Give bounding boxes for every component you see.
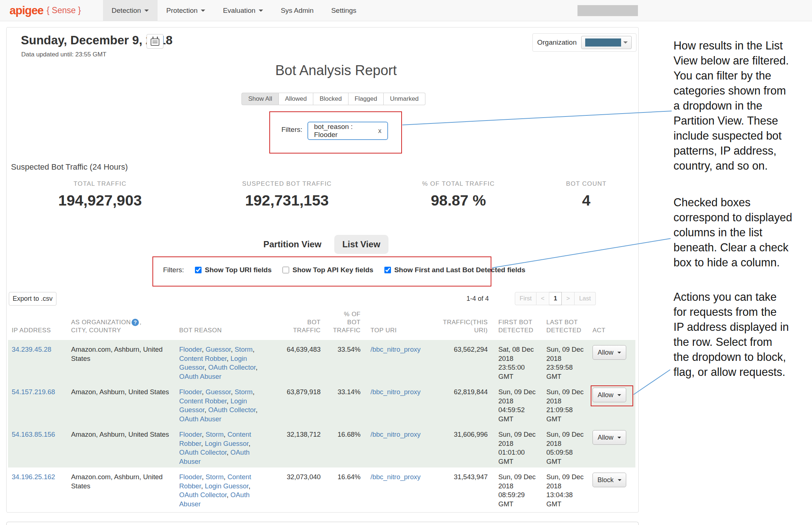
annotation-text-filter: How results in the List View below are f… xyxy=(673,38,812,173)
help-icon[interactable]: ? xyxy=(132,319,139,326)
annotation-text-actions: Actions you can take for requests from t… xyxy=(673,289,812,380)
top-uri-cell: /bbc_nitro_proxy xyxy=(364,382,432,425)
bot-reason-link[interactable]: OAuth Abuser xyxy=(179,415,221,423)
org-cell: Amazon, Ashburn, United States xyxy=(67,425,175,467)
tab-unmarked[interactable]: Unmarked xyxy=(384,93,425,105)
ip-link[interactable]: 34.196.25.162 xyxy=(12,473,55,481)
pagination-prev-button[interactable]: < xyxy=(536,292,549,305)
last-detected-cell: Sun, 09 Dec 2018 05:09:58 GMT xyxy=(539,425,587,467)
ip-link[interactable]: 34.239.45.28 xyxy=(12,345,51,353)
report-filter-tabs: Show All Allowed Blocked Flagged Unmarke… xyxy=(17,93,650,105)
org-cell: Amazon, Ashburn, United States xyxy=(67,382,175,425)
pagination-first-button[interactable]: First xyxy=(515,292,536,305)
pct-cell: 16.64% xyxy=(324,467,364,509)
bot-reason-link[interactable]: Guessor xyxy=(206,345,231,353)
bot-reason-link[interactable]: Flooder xyxy=(179,388,202,396)
ip-cell: 34.239.45.28 xyxy=(8,340,67,382)
org-cell: Amazon.com, Ashburn, United States xyxy=(67,467,175,509)
organization-dropdown[interactable] xyxy=(581,36,632,49)
caret-down-icon xyxy=(144,10,149,12)
checkbox-top-uri[interactable] xyxy=(195,267,202,273)
nav-item-settings[interactable]: Settings xyxy=(322,0,365,21)
top-uri-link[interactable]: /bbc_nitro_proxy xyxy=(370,430,421,438)
sense-logo-text: { Sense } xyxy=(47,5,81,15)
action-dropdown[interactable]: Allow xyxy=(593,388,626,402)
export-csv-button[interactable]: Export to .csv xyxy=(9,292,56,306)
top-uri-link[interactable]: /bbc_nitro_proxy xyxy=(370,388,421,396)
action-dropdown[interactable]: Allow xyxy=(593,430,626,445)
top-uri-link[interactable]: /bbc_nitro_proxy xyxy=(370,345,421,353)
tab-allowed[interactable]: Allowed xyxy=(279,93,314,105)
table-row: 54.163.85.156 Amazon, Ashburn, United St… xyxy=(8,425,635,467)
stat-suspected-bot-traffic: SUSPECTED BOT TRAFFIC 192,731,153 xyxy=(242,180,332,209)
caret-down-icon xyxy=(617,394,621,396)
bot-reason-link[interactable]: Guessor xyxy=(206,388,231,396)
filter-chip-bot-reason[interactable]: bot_reason : Flooder x xyxy=(307,122,388,140)
bot-reason-link[interactable]: Login Guessor xyxy=(205,440,248,447)
ip-cell: 54.157.219.68 xyxy=(8,382,67,425)
bot-reason-link[interactable]: OAuth Collector xyxy=(179,491,227,499)
table-header-row: IP ADDRESS AS ORGANIZATION?,CITY, COUNTR… xyxy=(8,310,635,340)
bot-reason-link[interactable]: Storm xyxy=(206,473,224,481)
nav-item-protection[interactable]: Protection xyxy=(158,0,214,21)
bot-reason-link[interactable]: Storm xyxy=(235,388,252,396)
next-panel-edge xyxy=(6,522,639,525)
ip-link[interactable]: 54.157.219.68 xyxy=(12,388,55,396)
stat-label: BOT COUNT xyxy=(566,180,607,188)
bot-reason-link[interactable]: Storm xyxy=(235,345,252,353)
nav-item-evaluation[interactable]: Evaluation xyxy=(214,0,272,21)
stat-label: TOTAL TRAFFIC xyxy=(58,180,142,188)
stat-value: 194,927,903 xyxy=(58,192,142,209)
action-label: Block xyxy=(597,476,613,484)
top-uri-link[interactable]: /bbc_nitro_proxy xyxy=(370,473,421,481)
pagination-last-button[interactable]: Last xyxy=(575,292,595,305)
col-header-pct-bot-traffic: % OF BOT TRAFFIC xyxy=(324,310,364,340)
bot-reason-link[interactable]: Content Robber xyxy=(179,397,227,405)
filter-check-api-key[interactable]: Show Top API Key fields xyxy=(283,266,373,274)
caret-down-icon xyxy=(617,352,621,354)
first-detected-cell: Sun, 09 Dec 2018 04:59:52 GMT xyxy=(491,382,539,425)
uri-traffic-cell: 62,819,844 xyxy=(432,382,491,425)
bot-reason-link[interactable]: Storm xyxy=(206,430,224,438)
act-cell: Allow xyxy=(587,340,635,382)
col-header-as-organization: AS ORGANIZATION?,CITY, COUNTRY xyxy=(67,310,175,340)
checkbox-first-last-detected[interactable] xyxy=(384,267,391,273)
pagination-next-button[interactable]: > xyxy=(562,292,575,305)
nav-item-detection[interactable]: Detection xyxy=(103,0,158,21)
bot-reason-link[interactable]: Flooder xyxy=(179,430,202,438)
close-icon[interactable]: x xyxy=(378,127,381,135)
bot-reason-link[interactable]: OAuth Collector xyxy=(208,406,256,414)
caret-down-icon xyxy=(201,10,205,12)
calendar-button[interactable] xyxy=(147,34,163,49)
bot-reason-link[interactable]: Login Guessor xyxy=(205,482,248,490)
bot-reason-link[interactable]: OAuth Collector xyxy=(208,363,256,371)
action-dropdown[interactable]: Allow xyxy=(593,345,626,360)
tab-blocked[interactable]: Blocked xyxy=(313,93,348,105)
annotation-text-checkboxes: Checked boxes correspond to displayed co… xyxy=(673,195,812,270)
col-header-last-bot-detected: LAST BOT DETECTED xyxy=(539,310,587,340)
tab-partition-view[interactable]: Partition View xyxy=(263,239,321,249)
action-label: Allow xyxy=(598,391,613,399)
pct-cell: 33.54% xyxy=(324,340,364,382)
bot-reason-link[interactable]: Content Robber xyxy=(179,355,227,362)
filter-check-first-last-detected[interactable]: Show First and Last Bot Detected fields xyxy=(384,266,525,274)
bot-reason-link[interactable]: Flooder xyxy=(179,345,202,353)
nav-item-sys-admin[interactable]: Sys Admin xyxy=(272,0,322,21)
bot-reason-link[interactable]: OAuth Collector xyxy=(179,448,227,456)
nav-item-label: Settings xyxy=(331,7,357,15)
bot-reason-link[interactable]: Flooder xyxy=(179,473,202,481)
ip-link[interactable]: 54.163.85.156 xyxy=(12,430,55,438)
tab-flagged[interactable]: Flagged xyxy=(348,93,384,105)
last-detected-cell: Sun, 09 Dec 2018 21:09:58 GMT xyxy=(539,382,587,425)
top-uri-cell: /bbc_nitro_proxy xyxy=(364,467,432,509)
action-dropdown[interactable]: Block xyxy=(593,473,626,487)
filter-check-top-uri[interactable]: Show Top URI fields xyxy=(195,266,272,274)
tab-list-view[interactable]: List View xyxy=(334,235,388,254)
bot-reason-link[interactable]: OAuth Abuser xyxy=(179,373,221,380)
checkbox-api-key[interactable] xyxy=(283,267,289,273)
tab-show-all[interactable]: Show All xyxy=(241,93,278,105)
checkbox-label: Show First and Last Bot Detected fields xyxy=(394,266,525,274)
nav-item-label: Evaluation xyxy=(223,7,255,15)
pagination-page-1-button[interactable]: 1 xyxy=(549,292,562,305)
filters-label: Filters: xyxy=(281,126,302,134)
